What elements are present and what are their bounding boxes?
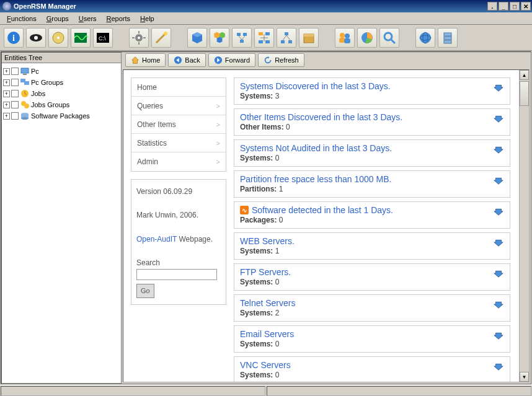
nav-other-items[interactable]: Other Items> — [131, 115, 226, 134]
expand-icon[interactable]: + — [3, 113, 10, 120]
expand-icon[interactable]: + — [3, 102, 10, 108]
checkbox[interactable] — [11, 112, 19, 120]
eye-icon — [29, 30, 43, 45]
svg-rect-19 — [259, 32, 263, 35]
toolbutton-globe[interactable] — [415, 28, 435, 48]
expand-down-icon[interactable] — [493, 236, 504, 249]
back-button[interactable]: Back — [168, 53, 205, 67]
toolbutton-search[interactable] — [379, 28, 399, 48]
card-title-link[interactable]: Systems Discovered in the last 3 Days. — [240, 81, 493, 91]
go-button[interactable]: Go — [136, 284, 154, 299]
refresh-button[interactable]: Refresh — [258, 53, 304, 67]
toolbutton-server[interactable] — [438, 28, 458, 48]
toolbutton-pkg[interactable] — [299, 28, 319, 48]
expand-down-icon[interactable] — [493, 267, 504, 279]
card-title-link[interactable]: VNC Servers — [240, 360, 493, 370]
scroll-down-arrow[interactable]: ▼ — [520, 372, 529, 382]
svg-rect-11 — [138, 31, 140, 33]
checkbox[interactable] — [11, 101, 19, 108]
back-icon — [174, 56, 182, 64]
expand-down-icon[interactable] — [493, 174, 504, 187]
dashboard-card: Telnet ServersSystems: 2 — [234, 294, 510, 322]
dashboard-card: Systems Discovered in the last 3 Days.Sy… — [234, 77, 510, 105]
card-title-link[interactable]: Partition free space less than 1000 MB. — [240, 174, 493, 184]
toolbutton-disc[interactable] — [48, 28, 68, 48]
checkbox[interactable] — [11, 68, 19, 75]
toolbutton-net2[interactable] — [254, 28, 274, 48]
card-title-link[interactable]: Email Servers — [240, 329, 493, 339]
expand-down-icon[interactable] — [493, 81, 504, 94]
forward-button[interactable]: Forward — [208, 53, 255, 67]
app-title: OpenRSM Manager — [14, 2, 486, 10]
tree-item-jobs[interactable]: +Jobs — [3, 88, 120, 99]
refresh-icon — [264, 56, 272, 64]
menu-groups[interactable]: Groups — [42, 14, 73, 24]
toolbutton-gear[interactable] — [129, 28, 149, 48]
expand-icon[interactable]: + — [3, 79, 10, 86]
expand-down-icon[interactable] — [493, 143, 504, 156]
toolbutton-pie[interactable] — [357, 28, 377, 48]
card-title-link[interactable]: Other Items Discovered in the last 3 Day… — [240, 112, 493, 122]
disc-icon — [51, 30, 66, 45]
toolbutton-console[interactable]: C:\ — [93, 28, 113, 48]
menu-functions[interactable]: Functions — [2, 14, 41, 24]
minimize-button[interactable]: _ — [499, 2, 508, 11]
menu-help[interactable]: Help — [136, 14, 159, 24]
help-context-button[interactable]: . — [487, 2, 497, 11]
dashboard-card: VNC ServersSystems: 0 — [234, 356, 510, 382]
scrollbar[interactable]: ▲ ▼ — [519, 70, 529, 382]
toolbutton-net1[interactable] — [232, 28, 252, 48]
card-title-link[interactable]: Systems Not Audited in the last 3 Days. — [240, 143, 493, 153]
menu-reports[interactable]: Reports — [102, 14, 135, 24]
scroll-thumb[interactable] — [520, 81, 529, 106]
checkbox[interactable] — [11, 90, 19, 97]
dashboard-card: WEB Servers.Systems: 1 — [234, 232, 510, 260]
toolbutton-info[interactable]: i — [4, 28, 24, 48]
openaudit-link[interactable]: Open-AudIT — [136, 235, 177, 244]
svg-rect-21 — [259, 40, 263, 43]
svg-rect-27 — [304, 34, 314, 37]
gear-icon — [131, 30, 146, 45]
tree-item-pc-groups[interactable]: +Pc Groups — [3, 77, 120, 88]
home-button[interactable]: Home — [125, 53, 166, 67]
svg-point-10 — [138, 37, 140, 39]
checkbox[interactable] — [11, 79, 19, 86]
close-button[interactable]: ✕ — [521, 2, 531, 11]
expand-down-icon[interactable] — [493, 205, 504, 218]
expand-down-icon[interactable] — [493, 112, 504, 125]
expand-icon[interactable]: + — [3, 90, 10, 97]
nav-home[interactable]: Home — [131, 78, 226, 97]
tree-label: Pc Groups — [31, 79, 63, 86]
toolbutton-wave[interactable] — [71, 28, 91, 48]
toolbutton-users[interactable] — [335, 28, 355, 48]
toolbutton-cube[interactable] — [187, 28, 207, 48]
toolbutton-eye[interactable] — [26, 28, 46, 48]
toolbutton-net3[interactable] — [277, 28, 296, 48]
card-title-link[interactable]: FTP Servers. — [240, 267, 493, 277]
menubar: Functions Groups Users Reports Help — [0, 12, 532, 25]
svg-point-46 — [24, 103, 29, 108]
tree-item-software-packages[interactable]: +Software Packages — [3, 110, 120, 121]
expand-down-icon[interactable] — [493, 329, 504, 341]
expand-down-icon[interactable] — [493, 360, 504, 372]
menu-users[interactable]: Users — [74, 14, 101, 24]
svg-rect-12 — [138, 42, 140, 45]
scroll-up-arrow[interactable]: ▲ — [520, 70, 529, 80]
card-title-link[interactable]: WEB Servers. — [240, 236, 493, 246]
toolbutton-cubes[interactable] — [210, 28, 229, 48]
svg-point-34 — [420, 32, 431, 43]
pkg-icon — [20, 111, 30, 121]
tree-item-pc[interactable]: +Pc — [3, 66, 120, 77]
expand-down-icon[interactable] — [493, 298, 504, 310]
status-cell-2 — [267, 386, 531, 396]
expand-icon[interactable]: + — [3, 68, 10, 75]
tree-item-jobs-groups[interactable]: +Jobs Groups — [3, 99, 120, 110]
toolbutton-wand[interactable] — [151, 28, 171, 48]
search-input[interactable] — [136, 269, 217, 280]
card-title-link[interactable]: ∿ Software detected in the last 1 Days. — [240, 205, 493, 215]
maximize-button[interactable]: □ — [510, 2, 520, 11]
card-title-link[interactable]: Telnet Servers — [240, 298, 493, 308]
nav-statistics[interactable]: Statistics> — [131, 134, 226, 152]
nav-queries[interactable]: Queries> — [131, 97, 226, 115]
nav-admin[interactable]: Admin> — [131, 152, 226, 171]
